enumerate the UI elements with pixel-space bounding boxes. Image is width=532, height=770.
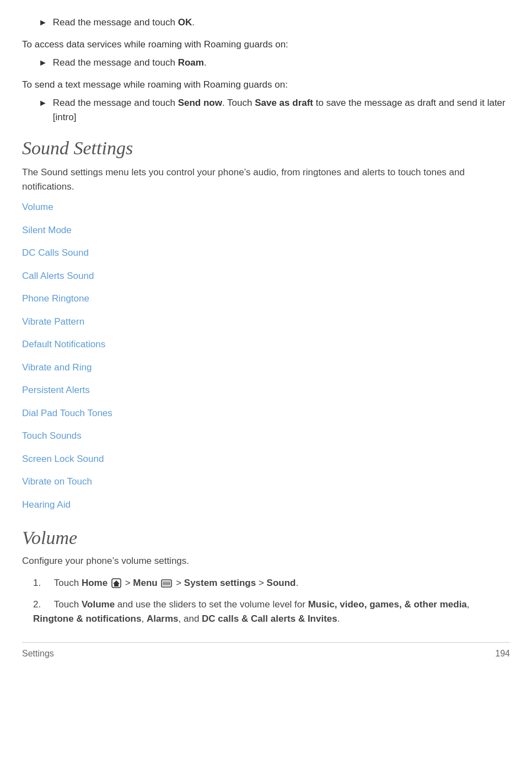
- menu-icon: [161, 579, 172, 588]
- volume-desc: Configure your phone’s volume settings.: [22, 554, 510, 568]
- toc-volume[interactable]: Volume: [22, 200, 510, 214]
- footer-page: 194: [495, 647, 510, 660]
- bullet-arrow-roam: ►: [39, 56, 47, 69]
- footer-label: Settings: [22, 647, 54, 660]
- toc-list: Volume Silent Mode DC Calls Sound Call A…: [22, 200, 510, 511]
- step-2: 2. Touch Volume and use the sliders to s…: [33, 597, 510, 626]
- toc-dial-pad-touch-tones[interactable]: Dial Pad Touch Tones: [22, 406, 510, 421]
- toc-silent-mode[interactable]: Silent Mode: [22, 223, 510, 238]
- roaming-data-para: To access data services while roaming wi…: [22, 37, 510, 52]
- step-1-num: 1.: [33, 576, 46, 590]
- sound-settings-desc: The Sound settings menu lets you control…: [22, 165, 510, 193]
- sound-settings-title: Sound Settings: [22, 134, 510, 162]
- svg-marker-1: [113, 580, 120, 586]
- toc-persistent-alerts[interactable]: Persistent Alerts: [22, 383, 510, 397]
- toc-touch-sounds[interactable]: Touch Sounds: [22, 429, 510, 443]
- bullet-arrow-send: ►: [39, 96, 47, 110]
- toc-vibrate-and-ring[interactable]: Vibrate and Ring: [22, 360, 510, 375]
- bullet-text-roam: Read the message and touch Roam.: [53, 56, 510, 70]
- toc-vibrate-on-touch[interactable]: Vibrate on Touch: [22, 475, 510, 489]
- numbered-steps: 1. Touch Home > Menu > System settings >…: [33, 576, 510, 626]
- volume-title: Volume: [22, 524, 510, 552]
- step-1: 1. Touch Home > Menu > System settings >…: [33, 576, 510, 590]
- bullet-roam: ► Read the message and touch Roam.: [39, 56, 510, 70]
- toc-hearing-aid[interactable]: Hearing Aid: [22, 498, 510, 512]
- toc-default-notifications[interactable]: Default Notifications: [22, 337, 510, 352]
- home-icon: [111, 578, 121, 588]
- footer: Settings 194: [22, 642, 510, 660]
- toc-dc-calls-sound[interactable]: DC Calls Sound: [22, 246, 510, 260]
- toc-call-alerts-sound[interactable]: Call Alerts Sound: [22, 269, 510, 283]
- roaming-text-para: To send a text message while roaming wit…: [22, 78, 510, 92]
- toc-phone-ringtone[interactable]: Phone Ringtone: [22, 292, 510, 306]
- bullet-text-ok: Read the message and touch OK.: [53, 15, 510, 30]
- bullet-send: ► Read the message and touch Send now. T…: [39, 96, 510, 124]
- bullet-ok: ► Read the message and touch OK.: [39, 15, 510, 30]
- toc-screen-lock-sound[interactable]: Screen Lock Sound: [22, 452, 510, 466]
- toc-vibrate-pattern[interactable]: Vibrate Pattern: [22, 315, 510, 329]
- step-2-num: 2.: [33, 597, 46, 612]
- bullet-arrow-ok: ►: [39, 16, 47, 29]
- bullet-text-send: Read the message and touch Send now. Tou…: [53, 96, 510, 124]
